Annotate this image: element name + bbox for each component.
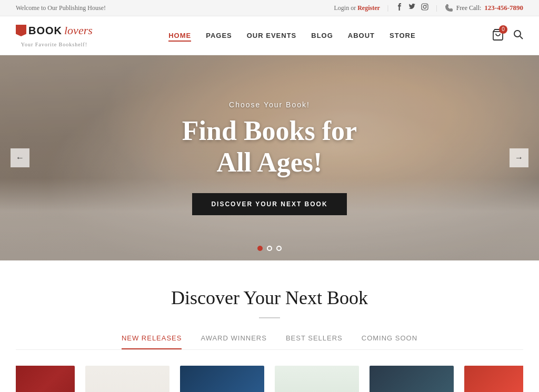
logo: BOOKlovers Your Favorite Bookshelf! <box>16 24 93 47</box>
arrow-left-icon: ← <box>16 153 24 163</box>
svg-line-5 <box>520 36 523 39</box>
hero-cta-button[interactable]: DISCOVER YOUR NEXT BOOK <box>192 193 346 215</box>
cart-badge: 0 <box>499 25 507 34</box>
book-card-4[interactable]: IT'S JUST A BOOK TEMPLATE The READ BOOK <box>275 366 359 392</box>
hero-prev-button[interactable]: ← <box>11 148 29 167</box>
top-bar-right: Login or Register | | Free Call: 123-456… <box>334 3 523 13</box>
hero-next-button[interactable]: → <box>510 148 528 167</box>
phone-label: Free Call: <box>456 4 482 12</box>
nav-home[interactable]: HOME <box>168 32 191 39</box>
section-title: Discover Your Next Book <box>16 287 523 309</box>
tab-new-releases[interactable]: NEW RELEASES <box>122 334 182 349</box>
header: BOOKlovers Your Favorite Bookshelf! HOME… <box>0 16 539 55</box>
social-icons <box>396 3 428 13</box>
book-card-6[interactable]: Flirt <box>464 366 523 392</box>
books-tabs: NEW RELEASES AWARD WINNERS BEST SELLERS … <box>16 334 523 350</box>
search-button[interactable] <box>513 29 523 42</box>
books-grid: CANDYCARSON Hello IT'S JUST A BOOK TEMPL… <box>16 366 523 392</box>
books-section: Discover Your Next Book NEW RELEASES AWA… <box>0 260 539 392</box>
tab-award-winners[interactable]: AWARD WINNERS <box>201 334 266 349</box>
book-cover-1: CANDYCARSON <box>16 366 75 392</box>
logo-book: BOOK <box>28 25 62 37</box>
logo-main: BOOKlovers <box>16 24 93 37</box>
hero-content: Choose Your Book! Find Books forAll Ages… <box>182 100 357 215</box>
phone-section: Free Call: 123-456-7890 <box>445 4 523 12</box>
logo-bookmark-icon <box>16 25 26 36</box>
tab-coming-soon[interactable]: COMING SOON <box>362 334 417 349</box>
nav-about[interactable]: ABOUT <box>348 32 375 39</box>
book-card-1[interactable]: CANDYCARSON <box>16 366 75 392</box>
svg-point-2 <box>426 5 427 6</box>
book-card-2[interactable]: Hello <box>85 366 169 392</box>
hero-slider: Choose Your Book! Find Books forAll Ages… <box>0 55 539 260</box>
nav-blog[interactable]: BLOG <box>311 32 333 39</box>
arrow-right-icon: → <box>515 153 523 163</box>
svg-rect-0 <box>422 4 428 10</box>
hero-subtitle: Choose Your Book! <box>182 100 357 109</box>
auth-links: Login or Register <box>334 4 380 12</box>
book-inner-5: IT'S JUST A BOOK TEMPLATE The READ BOOK … <box>370 389 454 393</box>
divider2: | <box>436 4 437 12</box>
top-bar: Welcome to Our Publishing House! Login o… <box>0 0 539 16</box>
divider: | <box>387 4 388 12</box>
twitter-icon[interactable] <box>408 3 416 13</box>
hero-dot-1[interactable] <box>257 246 263 251</box>
hero-dot-2[interactable] <box>267 246 272 251</box>
tab-best-sellers[interactable]: BEST SELLERS <box>286 334 343 349</box>
nav-store[interactable]: STORE <box>390 32 416 39</box>
section-divider <box>259 317 280 318</box>
book-card-3[interactable]: IT'S JUST A BOOK TEMPLATE Allan <box>180 366 264 392</box>
book-card-5[interactable]: IT'S JUST A BOOK TEMPLATE The READ BOOK … <box>370 366 454 392</box>
hero-dot-3[interactable] <box>276 246 282 251</box>
main-nav: HOME PAGES OUR EVENTS BLOG ABOUT STORE <box>168 32 415 39</box>
book-cover-2: Hello <box>85 366 169 392</box>
phone-icon <box>445 4 453 12</box>
svg-point-4 <box>514 31 521 37</box>
hero-title: Find Books forAll Ages! <box>182 115 357 178</box>
instagram-icon[interactable] <box>421 3 428 13</box>
book-cover-4: IT'S JUST A BOOK TEMPLATE The READ BOOK <box>275 366 359 392</box>
nav-pages[interactable]: PAGES <box>206 32 232 39</box>
book-cover-6: Flirt <box>464 366 523 392</box>
book-cover-3: IT'S JUST A BOOK TEMPLATE Allan <box>180 366 264 392</box>
book-cover-5: IT'S JUST A BOOK TEMPLATE The READ BOOK … <box>370 366 454 392</box>
welcome-text: Welcome to Our Publishing House! <box>16 4 106 12</box>
cart-button[interactable]: 0 <box>492 28 504 43</box>
logo-lovers: lovers <box>64 24 93 37</box>
register-link[interactable]: Register <box>357 4 380 12</box>
svg-point-1 <box>423 5 426 8</box>
search-icon <box>513 29 523 39</box>
header-actions: 0 <box>492 28 523 43</box>
logo-tagline: Your Favorite Bookshelf! <box>21 42 87 47</box>
phone-number: 123-456-7890 <box>484 4 523 12</box>
nav-events[interactable]: OUR EVENTS <box>247 32 297 39</box>
facebook-icon[interactable] <box>396 3 403 13</box>
hero-dots <box>257 246 282 251</box>
